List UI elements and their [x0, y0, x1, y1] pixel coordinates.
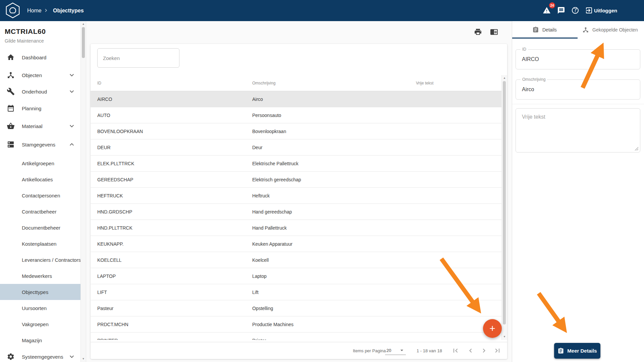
sidebar-item-artikellocaties[interactable]: Artikellocaties [0, 171, 80, 187]
sidebar-item-contractbeheer[interactable]: Contractbeheer [0, 203, 80, 220]
add-objecttype-fab[interactable]: + [483, 319, 502, 338]
table-row[interactable]: PRINTERPrinter [91, 333, 501, 340]
meer-details-button[interactable]: Meer Details [554, 343, 600, 359]
table-row[interactable]: AIRCOAirco [91, 91, 501, 107]
sidebar-item-systeemgegevens[interactable]: Systeemgegevens [0, 349, 80, 362]
last-page-icon [493, 347, 501, 355]
app-root: Home Objecttypes 24 Uitloggen MCTRIAL60 … [0, 0, 644, 362]
sidebar-child-label: Contactpersonen [22, 193, 60, 198]
omschrijving-input[interactable] [516, 80, 640, 99]
meer-details-label: Meer Details [567, 348, 597, 354]
table-scrollbar[interactable]: ▲ ▼ [501, 75, 507, 340]
tab-details[interactable]: Details [532, 21, 557, 39]
sidebar-item-onderhoud[interactable]: Onderhoud [0, 83, 80, 100]
messages-button[interactable] [557, 6, 565, 14]
sidebar-child-label: Kostenplaatsen [22, 241, 56, 247]
table-row[interactable]: BOVENLOOPKRAANBovenloopkraan [91, 123, 501, 139]
tab-label: Gekoppelde Objecten [592, 27, 638, 33]
table-row[interactable]: LIFTLift [91, 284, 501, 300]
id-field: ID [516, 49, 640, 69]
vrije-tekst-textarea[interactable] [516, 109, 640, 152]
breadcrumb-current: Objecttypes [53, 0, 84, 21]
table-row[interactable]: DEURDeur [91, 139, 501, 156]
sidebar-item-documentbeheer[interactable]: Documentbeheer [0, 220, 80, 236]
table-row[interactable]: HEFTRUCKHeftruck [91, 188, 501, 204]
tab-label: Details [542, 27, 557, 33]
table-row[interactable]: LAPTOPLaptop [91, 268, 501, 284]
last-page-button[interactable] [493, 347, 501, 355]
column-header-id: ID [97, 81, 101, 85]
search-box [97, 48, 179, 68]
table-row[interactable]: ELEK.PLLTTRCKElektrische Pallettruck [91, 156, 501, 172]
help-button[interactable] [571, 6, 579, 14]
items-per-page-value: 20 [386, 348, 391, 353]
device-hub-icon [7, 71, 15, 79]
previous-page-button[interactable] [467, 347, 475, 355]
reader-mode-button[interactable] [490, 28, 498, 36]
table-row[interactable]: HND.PLLTTRCKHand Pallettruck [91, 220, 501, 236]
details-panel: Details Gekoppelde Objecten ID Omschrijv… [512, 21, 644, 362]
sidebar-item-leveranciers[interactable]: Leveranciers / Contractors [0, 252, 80, 268]
sidebar-item-medewerkers[interactable]: Medewerkers [0, 268, 80, 284]
sidebar-item-kostenplaatsen[interactable]: Kostenplaatsen [0, 236, 80, 252]
breadcrumb-home[interactable]: Home [27, 0, 42, 21]
warning-icon [543, 6, 551, 14]
scroll-down-arrow[interactable]: ▼ [81, 357, 86, 361]
sidebar-child-label: Medewerkers [22, 273, 52, 279]
sidebar-item-materiaal[interactable]: Materiaal [0, 118, 80, 134]
sidebar-item-label: Objecten [22, 72, 42, 78]
sidebar-item-objecttypes[interactable]: Objecttypes [0, 284, 80, 300]
sidebar-item-vakgroepen[interactable]: Vakgroepen [0, 316, 80, 332]
app-logo[interactable] [5, 2, 21, 18]
sidebar-item-dashboard[interactable]: Dashboard [0, 49, 80, 65]
first-page-icon [451, 347, 460, 355]
exit-icon [585, 6, 593, 14]
warnings-button[interactable] [543, 6, 551, 14]
sidebar-scrollbar[interactable]: ▲ ▼ [80, 21, 86, 362]
wrench-icon [7, 87, 15, 96]
logout-label[interactable]: Uitloggen [594, 0, 617, 21]
chevron-up-icon [68, 140, 76, 148]
table-header: ID Omschrijving Vrije tekst [91, 75, 501, 91]
items-per-page-select[interactable]: 20 [385, 346, 406, 355]
scroll-down-arrow[interactable]: ▼ [502, 335, 507, 339]
column-header-omschrijving: Omschrijving [252, 81, 275, 85]
scroll-up-arrow[interactable]: ▲ [502, 76, 507, 80]
scrollbar-thumb[interactable] [503, 81, 506, 324]
column-header-vrije-tekst: Vrije tekst [416, 81, 433, 85]
table-row[interactable]: PRDCT.MCHNProductie Machines [91, 316, 501, 333]
help-icon [571, 6, 579, 14]
next-page-button[interactable] [480, 347, 488, 355]
sidebar-child-label: Uursoorten [22, 305, 47, 311]
logout-button[interactable] [585, 6, 593, 14]
items-per-page-label: Items per Pagina [353, 342, 386, 359]
sidebar-item-stamgegevens[interactable]: Stamgegevens [0, 136, 80, 153]
sidebar-item-planning[interactable]: Planning [0, 100, 80, 116]
table-row[interactable]: PasteurOpstelling [91, 300, 501, 316]
table-row[interactable]: KEUKNAPP.Keuken Apparatuur [91, 236, 501, 252]
table-row[interactable]: GEREEDSCHAPElektrisch gereedschap [91, 172, 501, 188]
first-page-button[interactable] [451, 347, 460, 355]
table-row[interactable]: KOELCELLKoelcell [91, 252, 501, 268]
scrollbar-thumb[interactable] [82, 27, 85, 58]
tab-gekoppelde-objecten[interactable]: Gekoppelde Objecten [582, 21, 638, 39]
sidebar-child-label: Magazijn [22, 338, 42, 343]
search-input[interactable] [98, 49, 179, 67]
print-button[interactable] [474, 28, 482, 36]
calendar-icon [7, 104, 15, 112]
table-row[interactable]: HND.GRDSCHPHand gereedschap [91, 204, 501, 220]
sidebar-item-objecten[interactable]: Objecten [0, 67, 80, 83]
sidebar-item-magazijn[interactable]: Magazijn [0, 332, 80, 348]
sidebar-child-label: Contractbeheer [22, 209, 56, 215]
sidebar-child-label: Artikelgroepen [22, 161, 54, 166]
resize-handle-icon[interactable] [635, 147, 639, 151]
table-row[interactable]: AUTOPersoonsauto [91, 107, 501, 123]
home-icon [7, 53, 15, 61]
dropdown-caret-icon [398, 347, 405, 354]
scroll-up-arrow[interactable]: ▲ [81, 22, 86, 26]
sidebar-item-artikelgroepen[interactable]: Artikelgroepen [0, 155, 80, 171]
sidebar-item-uursoorten[interactable]: Uursoorten [0, 300, 80, 316]
id-input[interactable] [516, 50, 640, 69]
objecttypes-table-card: ID Omschrijving Vrije tekst AIRCOAirco A… [91, 44, 507, 359]
sidebar-item-contactpersonen[interactable]: Contactpersonen [0, 187, 80, 203]
